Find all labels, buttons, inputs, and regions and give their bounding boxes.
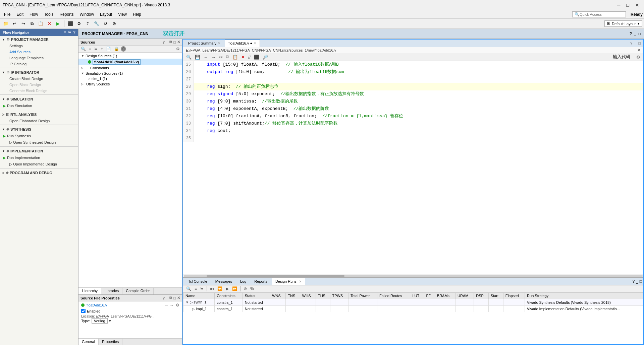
sfp-prev-icon[interactable]: ← xyxy=(165,303,169,307)
sfp-tab-general[interactable]: General xyxy=(78,339,99,345)
sources-max-icon[interactable]: □ xyxy=(173,40,176,44)
bottom-max-icon[interactable]: □ xyxy=(640,279,642,284)
nav-item-open-synth-design[interactable]: ▷ Open Synthesized Design xyxy=(0,139,78,146)
th-failed-routes[interactable]: Failed Routes xyxy=(377,293,410,299)
sources-settings-icon[interactable]: ⚙ xyxy=(175,46,181,52)
editor-cut-icon[interactable]: ✂ xyxy=(218,54,224,60)
sigma-icon[interactable]: Σ xyxy=(84,20,92,27)
editor-settings-icon[interactable]: ⚙ xyxy=(635,54,641,60)
th-wns[interactable]: WNS xyxy=(270,293,286,299)
paste-icon[interactable]: 📋 xyxy=(37,20,44,27)
th-name[interactable]: Name xyxy=(183,293,215,299)
copy-icon[interactable]: ⧉ xyxy=(28,20,36,27)
minimize-button[interactable]: ─ xyxy=(615,2,623,8)
nav-item-open-block-design[interactable]: Open Block Design xyxy=(0,82,78,88)
tree-constraints[interactable]: ▷ Constraints xyxy=(78,65,182,71)
tab-tcl-console[interactable]: Tcl Console xyxy=(184,278,211,285)
bottom-min-icon[interactable]: _ xyxy=(636,279,638,284)
th-uram[interactable]: URAM xyxy=(455,293,474,299)
menu-edit[interactable]: Edit xyxy=(14,11,26,17)
nav-section-header-ipi[interactable]: ▼ ⊕ IP INTEGRATOR xyxy=(0,69,78,76)
editor-paste-icon[interactable]: 📋 xyxy=(231,54,239,60)
editor-search2-icon[interactable]: 🔎 xyxy=(262,54,269,60)
menu-flow[interactable]: Flow xyxy=(27,11,41,17)
quick-access-bar[interactable]: 🔍 xyxy=(572,11,626,17)
nav-item-run-synthesis[interactable]: ▶ Run Synthesis xyxy=(0,133,78,139)
flow-nav-icon2[interactable]: ≒ xyxy=(68,30,71,34)
dr-prev-icon[interactable]: ⏪ xyxy=(216,286,223,291)
open-icon[interactable]: 📁 xyxy=(2,20,9,27)
menu-window[interactable]: Window xyxy=(77,11,97,17)
nav-item-run-impl[interactable]: ▶ Run Implementation xyxy=(0,154,78,161)
dr-synth1-expand[interactable]: ▼ xyxy=(185,300,189,304)
menu-tools[interactable]: Tools xyxy=(41,11,56,17)
th-whs[interactable]: WHS xyxy=(300,293,316,299)
th-tns[interactable]: TNS xyxy=(286,293,300,299)
editor-copy-icon[interactable]: ⧉ xyxy=(225,54,230,60)
tab-hierarchy[interactable]: Hierarchy xyxy=(78,288,101,294)
add-source-icon[interactable]: + xyxy=(100,46,104,52)
run-icon[interactable]: ▶ xyxy=(54,20,62,27)
menu-help[interactable]: Help xyxy=(130,11,144,17)
tab-design-runs[interactable]: Design Runs ✕ xyxy=(272,278,305,285)
tab-compile-order[interactable]: Compile Order xyxy=(122,288,154,294)
sources-minimize-icon[interactable]: _ xyxy=(166,40,168,44)
nav-item-generate-block-design[interactable]: Generate Block Design xyxy=(0,88,78,94)
th-dsp[interactable]: DSP xyxy=(474,293,488,299)
sfp-close-icon[interactable]: ✕ xyxy=(177,296,180,300)
menu-reports[interactable]: Reports xyxy=(57,11,76,17)
th-lut[interactable]: LUT xyxy=(410,293,424,299)
search-sources-icon[interactable]: 🔍 xyxy=(80,46,87,52)
sfp-enabled-checkbox[interactable] xyxy=(81,309,86,313)
th-total-power[interactable]: Total Power xyxy=(348,293,377,299)
th-start[interactable]: Start xyxy=(488,293,503,299)
debug-icon[interactable]: 🔧 xyxy=(93,20,100,27)
sources-close-icon[interactable]: ✕ xyxy=(177,40,180,44)
th-constraints[interactable]: Constraints xyxy=(215,293,243,299)
editor-save-icon[interactable]: 💾 xyxy=(194,54,201,60)
nav-section-header-pm[interactable]: ▼ ⚙ PROJECT MANAGER xyxy=(0,36,78,43)
nav-item-open-elaborated[interactable]: Open Elaborated Design xyxy=(0,118,78,124)
editor-search-icon[interactable]: 🔍 xyxy=(185,54,193,60)
dr-first-icon[interactable]: ⏮ xyxy=(209,286,215,291)
dr-filter-icon[interactable]: ≡ xyxy=(194,286,198,291)
nav-item-language-templates[interactable]: Language Templates xyxy=(0,55,78,61)
close-button[interactable]: ✕ xyxy=(633,2,641,8)
maximize-button[interactable]: □ xyxy=(625,2,631,8)
collapse-all-icon[interactable]: ≒ xyxy=(93,46,99,52)
redo-icon[interactable]: ↪ xyxy=(19,20,27,27)
undo-icon[interactable]: ↩ xyxy=(11,20,18,27)
tab-project-summary[interactable]: Project Summary ✕ xyxy=(184,40,224,47)
nav-item-add-sources[interactable]: Add Sources xyxy=(0,49,78,55)
nav-item-settings[interactable]: Settings xyxy=(0,43,78,49)
nav-section-header-rtl[interactable]: ▷ ◧ RTL ANALYSIS xyxy=(0,111,78,118)
tab-floatadd16[interactable]: floatAdd16.v ● ✕ xyxy=(225,40,260,47)
nav-section-header-prog[interactable]: ▷ ◈ PROGRAM AND DEBUG xyxy=(0,169,78,176)
sfp-type-arrow[interactable]: ▾ xyxy=(109,319,111,323)
editor-block-icon[interactable]: ⬛ xyxy=(253,54,260,60)
source-file-icon[interactable]: 📄 xyxy=(105,46,112,52)
menu-layout[interactable]: Layout xyxy=(97,11,115,17)
dr-search-icon[interactable]: 🔍 xyxy=(185,286,192,291)
dr-sort-icon[interactable]: ≒ xyxy=(199,286,205,291)
pm-min-icon[interactable]: _ xyxy=(634,31,636,36)
menu-view[interactable]: View xyxy=(115,11,129,17)
impl-icon[interactable]: ⬛ xyxy=(67,20,74,27)
source-locked-icon[interactable]: 🔒 xyxy=(113,46,120,52)
tab-libraries[interactable]: Libraries xyxy=(101,288,122,294)
dr-close-icon[interactable]: ✕ xyxy=(299,280,302,283)
nav-item-open-impl-design[interactable]: ▷ Open Implemented Design xyxy=(0,161,78,167)
sfp-float-icon[interactable]: ⧉ xyxy=(169,296,172,300)
window-controls[interactable]: ─ □ ✕ xyxy=(615,2,641,8)
dr-percent-icon[interactable]: % xyxy=(249,286,255,291)
th-ff[interactable]: FF xyxy=(424,293,435,299)
dr-next-icon[interactable]: ⏩ xyxy=(231,286,238,291)
refresh-icon[interactable]: ↺ xyxy=(102,20,109,27)
tab-messages[interactable]: Messages xyxy=(212,278,236,285)
editor-hscroll[interactable] xyxy=(183,274,643,277)
nav-section-header-synth[interactable]: ▼ ◈ SYNTHESIS xyxy=(0,126,78,133)
th-elapsed[interactable]: Elapsed xyxy=(503,293,525,299)
dr-impl1-expand[interactable]: ▷ xyxy=(192,307,195,311)
tab-log[interactable]: Log xyxy=(236,278,250,285)
nav-item-ip-catalog[interactable]: IP Catalog xyxy=(0,61,78,67)
